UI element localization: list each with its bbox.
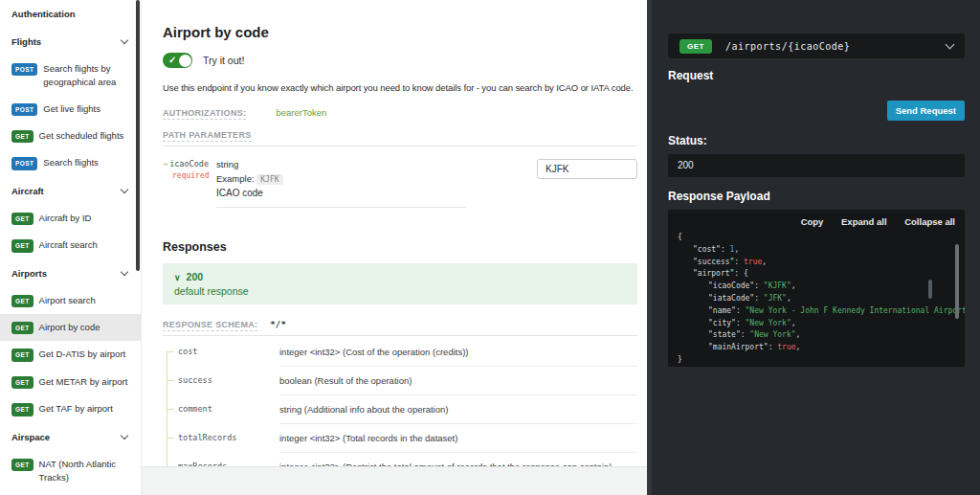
sidebar-item-label: Get METAR by airport (39, 375, 128, 389)
schema-field-name: comment (178, 401, 279, 414)
post-method-badge: POST (11, 157, 37, 169)
parameter-required-badge: required (172, 171, 216, 180)
payload-json-line: { (678, 232, 955, 244)
media-type: */* (270, 320, 286, 329)
sidebar-item-label: Airport by code (39, 321, 100, 334)
sidebar-item-aircraft-search[interactable]: GETAircraft search (0, 232, 141, 259)
payload-json-line: "mainAirport": true, (678, 342, 955, 354)
status-heading: Status: (668, 134, 965, 147)
sidebar-nav: AuthenticationFlightsPOSTSearch flights … (0, 0, 141, 495)
sidebar-item-label: Airport search (39, 294, 96, 307)
sidebar-item-airport-by-code[interactable]: GETAirport by code (0, 314, 141, 341)
sidebar-section-airspace[interactable]: Airspace (0, 423, 141, 451)
sidebar-item-get-live-flights[interactable]: POSTGet live flights (0, 96, 141, 123)
sidebar-item-label: Aircraft by ID (39, 212, 92, 225)
payload-json-line: } (678, 354, 955, 367)
payload-json-line: "success": true, (678, 257, 955, 269)
expand-all-button[interactable]: Expand all (841, 216, 887, 227)
get-method-badge: GET (679, 39, 712, 54)
schema-field-description: string (Additional info about the operat… (279, 401, 637, 424)
sidebar-section-label: Aircraft (11, 186, 44, 196)
sidebar-item-get-d-atis-by-airport[interactable]: GETGet D-ATIS by airport (0, 341, 141, 368)
chevron-down-icon (946, 39, 955, 49)
payload-json-line: "state": "New York", (678, 329, 955, 342)
response-payload-heading: Response Payload (668, 190, 965, 203)
collapse-all-button[interactable]: Collapse all (904, 216, 955, 227)
chevron-down-icon (121, 267, 128, 275)
sidebar-item-get-scheduled-flights[interactable]: GETGet scheduled flights (0, 123, 141, 149)
try-it-out-row: ✓ Try it out! (163, 53, 637, 68)
response-payload-box: Copy Expand all Collapse all {"cost": 1,… (668, 210, 965, 367)
sidebar-item-label: Search flights (43, 156, 99, 169)
chevron-down-icon (121, 36, 128, 44)
toggle-knob (179, 55, 191, 67)
request-heading: Request (668, 69, 965, 82)
payload-scrollbar-thumb[interactable] (955, 244, 959, 319)
sidebar-item-search-flights[interactable]: POSTSearch flights (0, 149, 141, 176)
sidebar-section-label: Authentication (11, 9, 76, 19)
chevron-down-icon: ∨ (174, 273, 181, 282)
parameter-example: Example: KJFK (216, 173, 467, 184)
sidebar-section-label: Airspace (11, 432, 50, 442)
check-icon: ✓ (168, 55, 176, 65)
schema-field-totalrecords: totalRecordsinteger <int32> (Total recor… (167, 424, 637, 453)
sidebar-item-label: Get TAF by airport (39, 402, 113, 416)
sidebar-item-pac-pacific-organized-track-system-pacots[interactable]: GETPAC (Pacific Organized Track System -… (0, 490, 141, 495)
bearer-token-link[interactable]: bearerToken (277, 107, 327, 118)
schema-field-name: success (178, 372, 279, 385)
sidebar-item-airport-search[interactable]: GETAirport search (0, 287, 141, 314)
payload-json-line: "name": "New York - John F Kennedy Inter… (678, 305, 955, 318)
sidebar-item-label: Aircraft search (39, 238, 98, 252)
response-200-toggle[interactable]: ∨200 default response (163, 263, 637, 304)
schema-field-cost: costinteger <int32> (Cost of the operati… (167, 338, 637, 367)
sidebar-section-authentication[interactable]: Authentication (0, 0, 141, 28)
get-method-badge: GET (11, 213, 33, 225)
page-background (142, 466, 647, 495)
status-value: 200 (668, 154, 965, 177)
endpoint-description: Use this endpoint if you know exactly wh… (163, 82, 637, 93)
sidebar-item-label: NAT (North Atlantic Tracks) (39, 458, 131, 484)
authorizations-row: AUTHORIZATIONS: bearerToken (163, 107, 637, 118)
sidebar-section-airports[interactable]: Airports (0, 259, 141, 287)
payload-json-line: "cost": 1, (678, 244, 955, 257)
sidebar-section-label: Flights (11, 36, 41, 47)
payload-json-line: "iataCode": "JFK", (678, 293, 955, 305)
chevron-down-icon (121, 186, 128, 193)
sidebar-item-label: Get scheduled flights (39, 129, 124, 143)
schema-field-name: totalRecords (178, 430, 279, 442)
try-panel: GET /airports/{icaoCode} Request Send Re… (647, 0, 980, 495)
payload-inner-scrollbar-thumb[interactable] (928, 280, 932, 299)
page-title: Airport by code (163, 24, 637, 40)
icao-code-input[interactable] (537, 159, 637, 179)
endpoint-selector[interactable]: GET /airports/{icaoCode} (668, 34, 965, 58)
try-it-out-toggle[interactable]: ✓ (163, 53, 192, 68)
path-parameters-header: PATH PARAMETERS (163, 130, 637, 146)
parameter-description: ICAO code (216, 188, 467, 198)
sidebar-item-get-taf-by-airport[interactable]: GETGet TAF by airport (0, 395, 141, 422)
parameter-name-cell: ⇥icaoCode required (163, 159, 216, 180)
sidebar-scrollbar-thumb[interactable] (136, 0, 140, 271)
schema-field-description: boolean (Result of the operation) (279, 372, 637, 395)
send-request-button[interactable]: Send Request (887, 101, 965, 121)
parameter-type: string (216, 159, 467, 169)
main-content: Airport by code ✓ Try it out! Use this e… (142, 0, 647, 495)
sidebar-item-get-metar-by-airport[interactable]: GETGet METAR by airport (0, 369, 141, 395)
schema-field-description: integer <int32> (Cost of the operation (… (279, 344, 637, 367)
sidebar-item-aircraft-by-id[interactable]: GETAircraft by ID (0, 205, 141, 232)
responses-heading: Responses (163, 240, 637, 254)
send-request-row: Send Request (668, 101, 965, 121)
copy-button[interactable]: Copy (801, 216, 824, 227)
app-root: AuthenticationFlightsPOSTSearch flights … (0, 0, 980, 495)
payload-toolbar: Copy Expand all Collapse all (678, 216, 955, 227)
chevron-down-icon (121, 432, 128, 439)
sidebar-section-flights[interactable]: Flights (0, 28, 141, 56)
authorizations-label: AUTHORIZATIONS: (163, 108, 246, 120)
schema-field-name: cost (178, 344, 279, 356)
get-method-badge: GET (11, 349, 33, 361)
sidebar-item-nat-north-atlantic-tracks[interactable]: GETNAT (North Atlantic Tracks) (0, 451, 141, 491)
payload-json: {"cost": 1,"success": true,"airport": {"… (678, 232, 955, 367)
sidebar-item-search-flights-by-geographical-area[interactable]: POSTSearch flights by geographical area (0, 56, 141, 96)
get-method-badge: GET (11, 459, 33, 471)
tree-arrow-icon: ⇥ (163, 159, 167, 169)
sidebar-section-aircraft[interactable]: Aircraft (0, 177, 141, 205)
